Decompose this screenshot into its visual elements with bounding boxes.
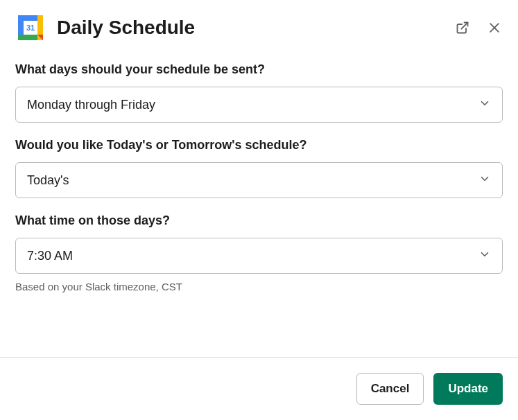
daytype-field-group: Would you like Today's or Tomorrow's sch… (15, 138, 503, 198)
chevron-down-icon (478, 248, 491, 263)
modal-content: What days should your schedule be sent? … (0, 55, 518, 357)
svg-text:31: 31 (26, 24, 35, 32)
time-label: What time on those days? (15, 213, 503, 228)
days-field-group: What days should your schedule be sent? … (15, 62, 503, 123)
svg-line-8 (461, 23, 467, 29)
google-calendar-icon: 31 (15, 12, 46, 43)
modal-footer: Cancel Update (0, 357, 518, 420)
days-select-value: Monday through Friday (27, 98, 155, 112)
daytype-label: Would you like Today's or Tomorrow's sch… (15, 138, 503, 152)
days-label: What days should your schedule be sent? (15, 62, 503, 77)
chevron-down-icon (478, 97, 491, 112)
daytype-select[interactable]: Today's (15, 162, 503, 198)
close-button[interactable] (486, 19, 503, 36)
time-field-group: What time on those days? 7:30 AM Based o… (15, 213, 503, 292)
chevron-down-icon (478, 173, 491, 188)
time-select-value: 7:30 AM (27, 249, 73, 263)
time-hint: Based on your Slack timezone, CST (15, 281, 503, 292)
update-button[interactable]: Update (433, 373, 503, 405)
time-select[interactable]: 7:30 AM (15, 238, 503, 274)
modal-title: Daily Schedule (57, 17, 443, 39)
days-select[interactable]: Monday through Friday (15, 87, 503, 123)
daytype-select-value: Today's (27, 173, 69, 188)
cancel-button[interactable]: Cancel (356, 373, 424, 405)
open-external-button[interactable] (454, 19, 471, 36)
modal-header: 31 Daily Schedule (0, 0, 518, 55)
